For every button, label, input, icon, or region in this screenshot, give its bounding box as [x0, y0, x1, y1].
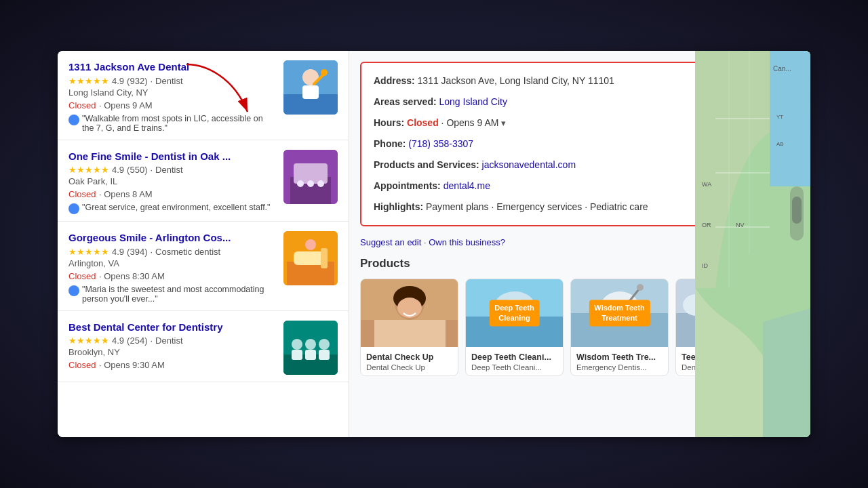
listing-title[interactable]: One Fine Smile - Dentist in Oak ...	[68, 150, 277, 163]
listing-img-svg	[283, 150, 338, 204]
phone-value-link[interactable]: (718) 358-3307	[408, 138, 473, 149]
listing-item[interactable]: Best Dental Center for Dentistry ★★★★★ 4…	[58, 311, 349, 382]
rating-value: 4.9	[112, 336, 124, 346]
svg-point-42	[637, 284, 644, 291]
svg-text:YT: YT	[776, 114, 783, 120]
listing-rating: ★★★★★ 4.9 (932) · Dentist	[68, 76, 277, 86]
listing-rating: ★★★★★ 4.9 (254) · Dentist	[68, 336, 277, 346]
product-sub: Emergency Dentis...	[576, 363, 663, 371]
svg-rect-31	[374, 320, 446, 347]
svg-point-17	[305, 239, 316, 250]
product-image	[361, 279, 458, 347]
svg-point-30	[397, 298, 422, 318]
review-icon	[68, 203, 79, 214]
dentist-type: Dentist	[155, 336, 182, 346]
product-sub: Dental Check Up	[366, 363, 452, 371]
listing-review: "Walkable from most spots in LIC, access…	[68, 114, 277, 133]
rating-value: 4.9	[112, 76, 124, 86]
map-background: Can... YT AB WA OR ID NV	[695, 51, 810, 437]
dentist-type: Dentist	[155, 165, 182, 175]
product-card[interactable]: Wisdom TeethTreatment Wisdom Teeth Tre..…	[570, 279, 669, 376]
rating-value: 4.9	[112, 247, 124, 257]
svg-point-20	[292, 339, 302, 350]
listing-info: One Fine Smile - Dentist in Oak ... ★★★★…	[68, 150, 277, 215]
areas-value-link[interactable]: Long Island City	[439, 96, 507, 107]
listing-item[interactable]: One Fine Smile - Dentist in Oak ... ★★★★…	[58, 140, 349, 222]
open-time: · Opens 8 AM	[99, 189, 153, 199]
svg-rect-24	[305, 350, 316, 360]
svg-text:OR: OR	[702, 222, 711, 228]
listing-location: Long Island City, NY	[68, 87, 277, 98]
svg-point-22	[319, 339, 330, 350]
listing-item[interactable]: Gorgeous Smile - Arlington Cos... ★★★★★ …	[58, 222, 349, 311]
product-info: Dental Check Up Dental Check Up	[361, 347, 458, 375]
svg-rect-3	[302, 85, 319, 99]
main-container: 1311 Jackson Ave Dental ★★★★★ 4.9 (932) …	[58, 51, 810, 437]
products-services-link[interactable]: jacksonavedental.com	[482, 159, 576, 170]
product-name: Dental Check Up	[366, 352, 452, 362]
listing-image	[283, 231, 338, 285]
review-text: "Walkable from most spots in LIC, access…	[82, 114, 277, 133]
svg-rect-25	[319, 350, 330, 360]
open-time: · Opens 9:30 AM	[99, 360, 165, 370]
svg-rect-23	[292, 350, 302, 360]
dentist-type: Cosmetic dentist	[155, 247, 220, 257]
suggest-edit-link[interactable]: Suggest an edit	[360, 237, 421, 247]
own-business-link[interactable]: Own this business?	[429, 237, 505, 247]
listing-rating: ★★★★★ 4.9 (394) · Cosmetic dentist	[68, 247, 277, 257]
separator: ·	[150, 165, 153, 175]
listing-status: Closed · Opens 8 AM	[68, 188, 277, 200]
hours-dropdown[interactable]: ▾	[501, 118, 506, 128]
product-badge: Wisdom TeethTreatment	[589, 300, 650, 327]
stars: ★★★★★	[68, 165, 109, 175]
hours-label: Hours:	[374, 117, 404, 128]
closed-label: Closed	[68, 271, 96, 281]
listing-status: Closed · Opens 9 AM	[68, 99, 277, 111]
svg-point-21	[305, 339, 316, 350]
product-name: Deep Teeth Cleani...	[471, 352, 557, 362]
listing-review: "Maria is the sweetest and most accommod…	[68, 285, 277, 304]
listing-title[interactable]: 1311 Jackson Ave Dental	[68, 60, 277, 74]
svg-text:ID: ID	[702, 262, 709, 269]
listing-location: Arlington, VA	[68, 258, 277, 268]
product-sub: Deep Teeth Cleani...	[471, 363, 557, 371]
listing-review: "Great service, great environment, excel…	[68, 203, 277, 214]
review-text: "Maria is the sweetest and most accommod…	[82, 285, 277, 304]
product-info: Deep Teeth Cleani... Deep Teeth Cleani..…	[466, 347, 563, 375]
svg-point-11	[307, 180, 314, 187]
separator: ·	[150, 247, 153, 257]
hours-status: Closed	[407, 117, 439, 128]
products-services-label: Products and Services:	[374, 159, 479, 170]
listing-info: Best Dental Center for Dentistry ★★★★★ 4…	[68, 321, 277, 371]
listing-info: Gorgeous Smile - Arlington Cos... ★★★★★ …	[68, 231, 277, 304]
stars: ★★★★★	[68, 336, 109, 346]
appointments-link[interactable]: dental4.me	[443, 180, 490, 191]
listing-img-svg	[283, 231, 338, 285]
svg-text:WA: WA	[702, 181, 711, 188]
svg-point-5	[321, 69, 328, 76]
product-img-svg	[361, 279, 458, 347]
separator: ·	[150, 336, 153, 346]
review-count: (932)	[127, 76, 147, 86]
listing-rating: ★★★★★ 4.9 (550) · Dentist	[68, 165, 277, 175]
map-svg: Can... YT AB WA OR ID NV	[695, 51, 810, 437]
product-image: Wisdom TeethTreatment	[571, 279, 668, 347]
review-count: (394)	[127, 247, 147, 257]
listing-item[interactable]: 1311 Jackson Ave Dental ★★★★★ 4.9 (932) …	[58, 51, 349, 140]
product-card[interactable]: Deep TeethCleaning Deep Teeth Cleani... …	[465, 279, 564, 376]
listing-img-svg	[283, 321, 338, 375]
stars: ★★★★★	[68, 247, 109, 257]
listing-location: Oak Park, IL	[68, 176, 277, 186]
listing-title[interactable]: Gorgeous Smile - Arlington Cos...	[68, 231, 277, 245]
svg-text:Can...: Can...	[773, 65, 791, 73]
listing-title[interactable]: Best Dental Center for Dentistry	[68, 321, 277, 334]
areas-label: Areas served:	[374, 96, 437, 107]
phone-label: Phone:	[374, 138, 406, 149]
product-name: Wisdom Teeth Tre...	[576, 352, 663, 362]
appointments-label: Appointments:	[374, 180, 441, 191]
highlights-value: Payment plans · Emergency services · Ped…	[426, 201, 648, 212]
listing-image	[283, 150, 338, 204]
product-card[interactable]: Dental Check Up Dental Check Up	[360, 279, 458, 376]
listing-image	[283, 321, 338, 375]
dentist-type: Dentist	[155, 76, 182, 86]
